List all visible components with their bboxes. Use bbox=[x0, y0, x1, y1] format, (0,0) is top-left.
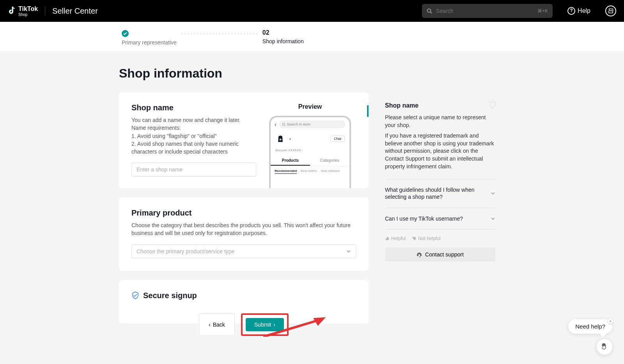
svg-point-0 bbox=[427, 9, 431, 12]
global-search[interactable]: ⌘+K bbox=[422, 4, 553, 18]
phone-account: Account: XXXXXX › bbox=[271, 146, 349, 156]
svg-point-2 bbox=[282, 123, 285, 125]
not-helpful-button[interactable]: Not helpful bbox=[412, 236, 440, 241]
step1-label: Primary representative bbox=[122, 39, 177, 46]
search-input[interactable] bbox=[436, 8, 537, 14]
help-sidebar: Shop name Please select a unique name to… bbox=[375, 92, 505, 271]
app-header: TikTok Shop Seller Center ⌘+K Help bbox=[0, 0, 624, 22]
help-icon bbox=[567, 7, 575, 15]
need-help-bubble[interactable]: Need help? ✕ bbox=[568, 319, 612, 334]
phone-preview: ‹ Search in store › Chat bbox=[269, 116, 351, 188]
chevron-right-icon: › bbox=[273, 322, 275, 328]
help-label: Help bbox=[578, 7, 590, 14]
submit-button[interactable]: Submit › bbox=[246, 318, 284, 331]
storefront-icon bbox=[608, 8, 613, 14]
svg-line-1 bbox=[431, 12, 432, 14]
chevron-down-icon bbox=[491, 216, 495, 221]
phone-tab-products: Products bbox=[271, 156, 310, 166]
contact-support-button[interactable]: Contact support bbox=[385, 247, 495, 262]
phone-search-bar: Search in store bbox=[279, 120, 346, 128]
step1-check-icon bbox=[122, 30, 129, 37]
headset-icon bbox=[417, 252, 422, 257]
preview-accent bbox=[367, 105, 369, 117]
thumb-down-icon bbox=[412, 236, 417, 241]
sidebar-p2: If you have a registered trademark and b… bbox=[385, 132, 495, 170]
back-button[interactable]: ‹ Back bbox=[199, 313, 235, 336]
lightbulb-icon bbox=[487, 98, 498, 110]
shield-icon bbox=[131, 292, 139, 299]
chevron-left-icon: ‹ bbox=[209, 322, 211, 328]
faq-item-username[interactable]: Can I use my TikTok username? bbox=[385, 208, 495, 230]
home-button[interactable] bbox=[605, 5, 616, 16]
logo-text: TikTok bbox=[18, 5, 38, 12]
form-actions: ‹ Back Submit › bbox=[119, 313, 369, 336]
svg-line-9 bbox=[489, 101, 490, 102]
phone-chat-btn: Chat bbox=[330, 136, 345, 142]
help-link[interactable]: Help bbox=[567, 7, 590, 15]
phone-subtab-best: Best sellers bbox=[301, 169, 317, 174]
shop-name-title: Shop name bbox=[131, 103, 256, 112]
progress-steps: Primary representative 02 Shop informati… bbox=[0, 22, 624, 51]
chevron-down-icon bbox=[491, 191, 495, 196]
primary-product-title: Primary product bbox=[131, 209, 356, 217]
close-icon[interactable]: ✕ bbox=[608, 318, 613, 324]
page-title: Shop information bbox=[119, 66, 505, 81]
shop-name-desc: You can add a name now and change it lat… bbox=[131, 116, 256, 155]
step2-label: Shop information bbox=[262, 38, 304, 44]
sidebar-p1: Please select a unique name to represent… bbox=[385, 114, 495, 129]
tiktok-shop-logo[interactable]: TikTok Shop bbox=[8, 5, 38, 17]
header-divider bbox=[45, 6, 45, 16]
shop-name-card: Shop name You can add a name now and cha… bbox=[119, 92, 369, 188]
faq-item-guidelines[interactable]: What guidelines should I follow when sel… bbox=[385, 179, 495, 208]
step2-number: 02 bbox=[262, 29, 269, 36]
phone-tab-categories: Categories bbox=[310, 156, 349, 166]
shop-name-input[interactable] bbox=[131, 163, 256, 177]
phone-avatar bbox=[275, 134, 285, 144]
phone-subtab-new: New releases bbox=[321, 169, 340, 174]
tiktok-icon bbox=[8, 6, 16, 16]
svg-line-10 bbox=[495, 101, 496, 102]
chevron-down-icon bbox=[346, 249, 351, 254]
secure-title: Secure signup bbox=[143, 291, 197, 300]
svg-point-7 bbox=[490, 102, 495, 107]
sidebar-title: Shop name bbox=[385, 102, 495, 109]
phone-back-icon: ‹ bbox=[275, 121, 277, 127]
step-connector bbox=[181, 34, 259, 34]
search-icon bbox=[427, 8, 432, 14]
wave-hand-icon bbox=[601, 343, 608, 350]
logo-subtext: Shop bbox=[18, 12, 38, 17]
submit-highlight: Submit › bbox=[241, 313, 289, 336]
seller-center-label: Seller Center bbox=[52, 7, 98, 16]
primary-product-select[interactable]: Choose the primary product/service type bbox=[131, 244, 356, 258]
thumb-up-icon bbox=[385, 236, 390, 241]
svg-line-3 bbox=[284, 125, 285, 126]
helpful-button[interactable]: Helpful bbox=[385, 236, 406, 241]
phone-subtab-recommended: Recommended bbox=[275, 169, 297, 174]
search-shortcut: ⌘+K bbox=[537, 8, 548, 14]
select-placeholder: Choose the primary product/service type bbox=[136, 248, 234, 254]
primary-product-card: Primary product Choose the category that… bbox=[119, 198, 369, 271]
primary-product-desc: Choose the category that best describes … bbox=[131, 221, 356, 237]
help-fab[interactable] bbox=[597, 339, 612, 355]
preview-title: Preview bbox=[298, 103, 322, 110]
phone-chevron-icon: › bbox=[289, 136, 291, 141]
